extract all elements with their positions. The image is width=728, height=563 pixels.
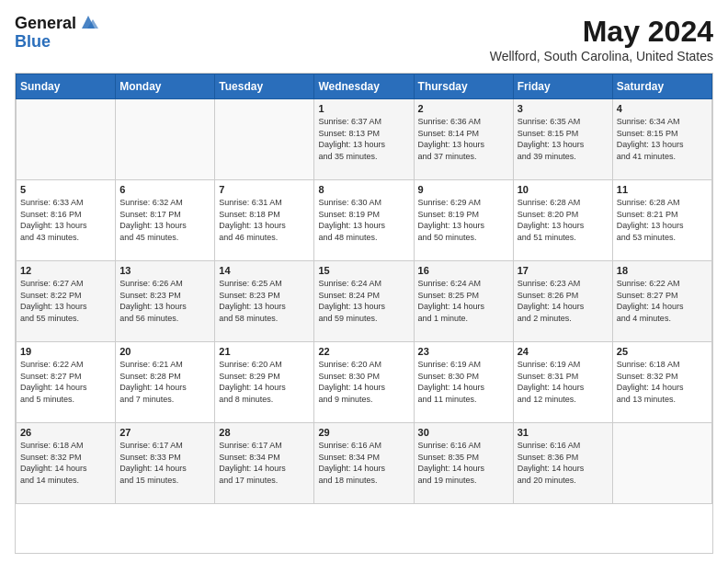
day-number: 1 [318, 103, 409, 114]
calendar-cell: 24Sunrise: 6:19 AM Sunset: 8:31 PM Dayli… [513, 342, 612, 423]
day-number: 10 [518, 184, 609, 195]
day-info: Sunrise: 6:35 AM Sunset: 8:15 PM Dayligh… [518, 116, 609, 162]
calendar-cell: 9Sunrise: 6:29 AM Sunset: 8:19 PM Daylig… [414, 180, 513, 261]
day-info: Sunrise: 6:16 AM Sunset: 8:36 PM Dayligh… [518, 440, 609, 486]
calendar-cell [17, 99, 116, 180]
day-info: Sunrise: 6:22 AM Sunset: 8:27 PM Dayligh… [20, 359, 111, 405]
calendar-cell: 13Sunrise: 6:26 AM Sunset: 8:23 PM Dayli… [116, 261, 215, 342]
day-number: 5 [20, 184, 111, 195]
calendar-cell: 1Sunrise: 6:37 AM Sunset: 8:13 PM Daylig… [314, 99, 414, 180]
day-number: 27 [119, 427, 210, 438]
day-number: 25 [617, 346, 708, 357]
day-number: 28 [219, 427, 310, 438]
day-number: 23 [418, 346, 509, 357]
days-of-week-row: SundayMondayTuesdayWednesdayThursdayFrid… [17, 75, 712, 99]
day-number: 17 [518, 265, 609, 276]
calendar-body: 1Sunrise: 6:37 AM Sunset: 8:13 PM Daylig… [17, 99, 712, 504]
day-info: Sunrise: 6:26 AM Sunset: 8:23 PM Dayligh… [119, 278, 210, 324]
day-number: 8 [318, 184, 409, 195]
day-info: Sunrise: 6:33 AM Sunset: 8:16 PM Dayligh… [20, 197, 111, 243]
month-title: May 2024 [490, 15, 713, 49]
calendar-cell: 19Sunrise: 6:22 AM Sunset: 8:27 PM Dayli… [17, 342, 116, 423]
calendar-cell: 12Sunrise: 6:27 AM Sunset: 8:22 PM Dayli… [17, 261, 116, 342]
logo-text: General Blue [15, 15, 98, 52]
day-info: Sunrise: 6:29 AM Sunset: 8:19 PM Dayligh… [418, 197, 509, 243]
day-number: 9 [418, 184, 509, 195]
day-info: Sunrise: 6:19 AM Sunset: 8:31 PM Dayligh… [518, 359, 609, 405]
day-info: Sunrise: 6:17 AM Sunset: 8:33 PM Dayligh… [119, 440, 210, 486]
day-info: Sunrise: 6:31 AM Sunset: 8:18 PM Dayligh… [219, 197, 310, 243]
logo-general: General [15, 15, 76, 33]
logo-icon [78, 12, 98, 32]
day-number: 18 [617, 265, 708, 276]
day-info: Sunrise: 6:21 AM Sunset: 8:28 PM Dayligh… [119, 359, 210, 405]
calendar: SundayMondayTuesdayWednesdayThursdayFrid… [15, 73, 713, 554]
day-info: Sunrise: 6:27 AM Sunset: 8:22 PM Dayligh… [20, 278, 111, 324]
day-of-week-wednesday: Wednesday [314, 75, 414, 99]
day-info: Sunrise: 6:17 AM Sunset: 8:34 PM Dayligh… [219, 440, 310, 486]
day-number: 16 [418, 265, 509, 276]
calendar-cell: 18Sunrise: 6:22 AM Sunset: 8:27 PM Dayli… [612, 261, 711, 342]
day-number: 7 [219, 184, 310, 195]
calendar-cell: 26Sunrise: 6:18 AM Sunset: 8:32 PM Dayli… [17, 423, 116, 504]
day-number: 30 [418, 427, 509, 438]
calendar-cell: 21Sunrise: 6:20 AM Sunset: 8:29 PM Dayli… [215, 342, 314, 423]
day-info: Sunrise: 6:37 AM Sunset: 8:13 PM Dayligh… [318, 116, 409, 162]
logo-blue: Blue [15, 33, 98, 52]
calendar-cell: 2Sunrise: 6:36 AM Sunset: 8:14 PM Daylig… [414, 99, 513, 180]
day-of-week-thursday: Thursday [414, 75, 513, 99]
day-info: Sunrise: 6:16 AM Sunset: 8:34 PM Dayligh… [318, 440, 409, 486]
calendar-cell: 11Sunrise: 6:28 AM Sunset: 8:21 PM Dayli… [612, 180, 711, 261]
calendar-cell: 4Sunrise: 6:34 AM Sunset: 8:15 PM Daylig… [612, 99, 711, 180]
location: Wellford, South Carolina, United States [490, 49, 713, 63]
calendar-header: SundayMondayTuesdayWednesdayThursdayFrid… [17, 75, 712, 99]
day-info: Sunrise: 6:28 AM Sunset: 8:21 PM Dayligh… [617, 197, 708, 243]
day-info: Sunrise: 6:16 AM Sunset: 8:35 PM Dayligh… [418, 440, 509, 486]
week-row-3: 12Sunrise: 6:27 AM Sunset: 8:22 PM Dayli… [17, 261, 712, 342]
day-number: 26 [20, 427, 111, 438]
day-number: 2 [418, 103, 509, 114]
day-of-week-saturday: Saturday [612, 75, 711, 99]
calendar-cell [215, 99, 314, 180]
day-number: 29 [318, 427, 409, 438]
day-info: Sunrise: 6:24 AM Sunset: 8:24 PM Dayligh… [318, 278, 409, 324]
calendar-cell: 31Sunrise: 6:16 AM Sunset: 8:36 PM Dayli… [513, 423, 612, 504]
calendar-cell: 30Sunrise: 6:16 AM Sunset: 8:35 PM Dayli… [414, 423, 513, 504]
day-info: Sunrise: 6:28 AM Sunset: 8:20 PM Dayligh… [518, 197, 609, 243]
calendar-cell [612, 423, 711, 504]
day-info: Sunrise: 6:22 AM Sunset: 8:27 PM Dayligh… [617, 278, 708, 324]
calendar-cell: 23Sunrise: 6:19 AM Sunset: 8:30 PM Dayli… [414, 342, 513, 423]
calendar-cell: 28Sunrise: 6:17 AM Sunset: 8:34 PM Dayli… [215, 423, 314, 504]
calendar-cell: 10Sunrise: 6:28 AM Sunset: 8:20 PM Dayli… [513, 180, 612, 261]
calendar-cell: 7Sunrise: 6:31 AM Sunset: 8:18 PM Daylig… [215, 180, 314, 261]
week-row-4: 19Sunrise: 6:22 AM Sunset: 8:27 PM Dayli… [17, 342, 712, 423]
day-info: Sunrise: 6:36 AM Sunset: 8:14 PM Dayligh… [418, 116, 509, 162]
day-number: 14 [219, 265, 310, 276]
page: General Blue May 2024 Wellford, South Ca… [0, 0, 728, 563]
day-info: Sunrise: 6:34 AM Sunset: 8:15 PM Dayligh… [617, 116, 708, 162]
day-number: 24 [518, 346, 609, 357]
day-number: 3 [518, 103, 609, 114]
day-number: 11 [617, 184, 708, 195]
day-number: 19 [20, 346, 111, 357]
week-row-2: 5Sunrise: 6:33 AM Sunset: 8:16 PM Daylig… [17, 180, 712, 261]
day-number: 4 [617, 103, 708, 114]
calendar-cell: 20Sunrise: 6:21 AM Sunset: 8:28 PM Dayli… [116, 342, 215, 423]
calendar-cell: 27Sunrise: 6:17 AM Sunset: 8:33 PM Dayli… [116, 423, 215, 504]
day-number: 20 [119, 346, 210, 357]
day-number: 31 [518, 427, 609, 438]
calendar-cell: 17Sunrise: 6:23 AM Sunset: 8:26 PM Dayli… [513, 261, 612, 342]
day-info: Sunrise: 6:32 AM Sunset: 8:17 PM Dayligh… [119, 197, 210, 243]
day-info: Sunrise: 6:20 AM Sunset: 8:30 PM Dayligh… [318, 359, 409, 405]
day-info: Sunrise: 6:20 AM Sunset: 8:29 PM Dayligh… [219, 359, 310, 405]
header: General Blue May 2024 Wellford, South Ca… [15, 15, 713, 63]
day-of-week-sunday: Sunday [17, 75, 116, 99]
calendar-cell: 15Sunrise: 6:24 AM Sunset: 8:24 PM Dayli… [314, 261, 414, 342]
day-of-week-monday: Monday [116, 75, 215, 99]
day-number: 6 [119, 184, 210, 195]
day-number: 15 [318, 265, 409, 276]
calendar-cell: 16Sunrise: 6:24 AM Sunset: 8:25 PM Dayli… [414, 261, 513, 342]
week-row-1: 1Sunrise: 6:37 AM Sunset: 8:13 PM Daylig… [17, 99, 712, 180]
header-right: May 2024 Wellford, South Carolina, Unite… [490, 15, 713, 63]
calendar-cell: 22Sunrise: 6:20 AM Sunset: 8:30 PM Dayli… [314, 342, 414, 423]
